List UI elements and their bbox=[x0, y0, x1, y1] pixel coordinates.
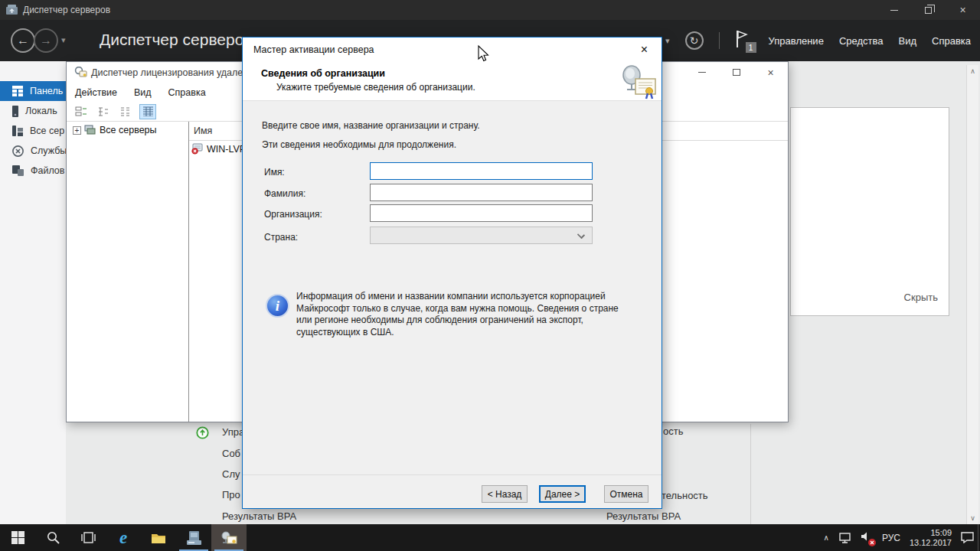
server-error-icon bbox=[191, 143, 203, 155]
list-item-label: WIN-LVP bbox=[207, 144, 246, 155]
folder-icon bbox=[151, 532, 166, 544]
sidebar-item-label: Панель bbox=[30, 86, 63, 96]
close-icon: × bbox=[641, 43, 648, 57]
tile-link-bpa-results[interactable]: Результаты BPA bbox=[222, 510, 296, 522]
info-glyph: i bbox=[276, 298, 279, 315]
next-button[interactable]: Далее > bbox=[539, 485, 586, 503]
scroll-down-icon[interactable]: ∨ bbox=[967, 514, 978, 522]
mouse-cursor bbox=[475, 44, 492, 63]
wizard-close-button[interactable]: × bbox=[627, 37, 662, 61]
notifications-flag-button[interactable]: 1 bbox=[735, 30, 753, 51]
sidebar-item-local-server[interactable]: Локаль bbox=[0, 101, 66, 121]
sidebar-item-file-services[interactable]: Файлов bbox=[0, 161, 66, 181]
tile-link-bpa-results-2[interactable]: Результаты BPA bbox=[606, 510, 681, 522]
forward-button[interactable]: → bbox=[34, 28, 58, 53]
last-name-input[interactable] bbox=[370, 184, 593, 201]
back-button[interactable]: ← bbox=[11, 28, 35, 53]
services-icon bbox=[12, 145, 24, 157]
tile-link-manageability-2[interactable]: ость bbox=[663, 425, 683, 437]
header-caret-icon[interactable]: ▾ bbox=[665, 36, 670, 46]
close-icon: × bbox=[959, 5, 965, 15]
wizard-title: Мастер активации сервера bbox=[253, 37, 374, 62]
rd-licensing-icon bbox=[220, 531, 237, 545]
close-button[interactable]: × bbox=[946, 0, 980, 20]
tree-expand-icon[interactable]: + bbox=[73, 126, 81, 135]
first-name-label: Имя: bbox=[264, 167, 285, 178]
licensing-minimize-button[interactable] bbox=[684, 62, 719, 83]
wizard-intro-line2: Эти сведения необходимы для продолжения. bbox=[262, 139, 456, 150]
close-icon: × bbox=[767, 67, 773, 78]
wizard-heading: Сведения об организации bbox=[261, 68, 385, 79]
licensing-menu-view[interactable]: Вид bbox=[126, 87, 160, 98]
wizard-header: Сведения об организации Укажите требуемы… bbox=[243, 62, 662, 100]
header-divider bbox=[719, 32, 720, 49]
volume-muted-button[interactable] bbox=[861, 531, 873, 545]
menu-tools[interactable]: Средства bbox=[839, 35, 884, 47]
sidebar-item-dashboard[interactable]: Панель bbox=[0, 81, 66, 101]
local-server-icon bbox=[12, 106, 18, 117]
wizard-subheading: Укажите требуемые сведения об организаци… bbox=[276, 82, 475, 93]
action-center-icon[interactable] bbox=[961, 532, 974, 543]
toolbar-collapse-button[interactable] bbox=[95, 104, 112, 119]
language-indicator[interactable]: РУС bbox=[882, 533, 900, 543]
licensing-window-title: Диспетчер лицензирования удаленн bbox=[91, 67, 253, 78]
first-name-input[interactable] bbox=[370, 162, 593, 180]
sidebar-item-label: Локаль bbox=[25, 106, 57, 116]
wizard-header-divider bbox=[243, 100, 662, 101]
country-select[interactable] bbox=[370, 227, 593, 244]
refresh-button[interactable]: ↻ bbox=[685, 31, 704, 50]
taskbar-search-button[interactable] bbox=[35, 524, 70, 551]
tile-link-manageability[interactable]: Упра bbox=[222, 426, 244, 438]
toolbar-list-view-button[interactable] bbox=[139, 104, 156, 119]
sidebar-item-rds-services[interactable]: Службы bbox=[0, 141, 66, 161]
internet-explorer-button[interactable]: e bbox=[106, 524, 141, 551]
back-button[interactable]: < Назад bbox=[482, 485, 528, 503]
wizard-info-text: Информация об имени и названии компании … bbox=[296, 291, 624, 338]
toolbar-expand-all-button[interactable] bbox=[117, 104, 134, 119]
menu-view[interactable]: Вид bbox=[898, 35, 916, 47]
server-manager-taskbar-button[interactable] bbox=[176, 524, 211, 551]
hide-button[interactable]: Скрыть bbox=[904, 292, 938, 303]
vertical-scrollbar[interactable]: ∧ ∨ bbox=[966, 65, 978, 524]
task-view-button[interactable] bbox=[70, 524, 106, 551]
refresh-icon: ↻ bbox=[690, 35, 699, 46]
maximize-icon bbox=[733, 69, 740, 76]
licensing-maximize-button[interactable] bbox=[719, 62, 753, 83]
tray-overflow-chevron-icon[interactable]: ∧ bbox=[824, 533, 829, 542]
tile-link-services[interactable]: Слу bbox=[222, 468, 240, 480]
tree-item-all-servers[interactable]: + Все серверы bbox=[73, 125, 157, 135]
rd-licensing-taskbar-button[interactable] bbox=[211, 524, 247, 551]
forward-icon: → bbox=[40, 34, 52, 47]
tile-link-events[interactable]: Соб bbox=[222, 448, 240, 459]
tile-link-performance-2[interactable]: тельность bbox=[662, 490, 708, 501]
server-group-icon bbox=[84, 125, 96, 135]
menu-help[interactable]: Справка bbox=[932, 35, 971, 47]
taskbar-clock[interactable]: 15:09 13.12.2017 bbox=[910, 528, 952, 548]
sidebar-item-label: Файлов bbox=[31, 165, 64, 176]
licensing-menu-help[interactable]: Справка bbox=[160, 87, 214, 98]
sidebar-item-label: Службы bbox=[31, 145, 66, 156]
system-tray: ∧ РУС 15:09 13.12.2017 bbox=[824, 524, 974, 551]
organization-input[interactable] bbox=[370, 204, 593, 222]
sidebar-item-all-servers[interactable]: Все сер bbox=[0, 121, 66, 141]
minimize-button[interactable] bbox=[877, 0, 911, 20]
start-button[interactable] bbox=[0, 524, 35, 551]
server-manager-app-icon bbox=[6, 5, 18, 15]
menu-manage[interactable]: Управление bbox=[769, 35, 824, 47]
sidebar-item-label: Все сер bbox=[30, 126, 64, 136]
restore-icon bbox=[925, 7, 932, 14]
tile-link-performance[interactable]: Про bbox=[222, 489, 240, 500]
server-manager-sidebar: Панель Локаль Все сер Службы bbox=[0, 61, 66, 524]
licensing-menu-action[interactable]: Действие bbox=[67, 87, 126, 98]
cancel-button[interactable]: Отмена bbox=[604, 485, 648, 503]
scroll-up-icon[interactable]: ∧ bbox=[967, 67, 978, 75]
licensing-close-button[interactable]: × bbox=[753, 62, 788, 83]
network-icon[interactable] bbox=[838, 533, 851, 543]
organization-label: Организация: bbox=[264, 209, 322, 220]
wizard-intro-line1: Введите свое имя, название организации и… bbox=[262, 120, 480, 131]
page-title: Диспетчер серверов bbox=[100, 31, 253, 49]
nav-dropdown-caret-icon[interactable]: ▾ bbox=[61, 35, 66, 45]
restore-button[interactable] bbox=[911, 0, 946, 20]
file-explorer-button[interactable] bbox=[141, 524, 176, 551]
toolbar-refresh-tree-button[interactable] bbox=[73, 104, 90, 119]
